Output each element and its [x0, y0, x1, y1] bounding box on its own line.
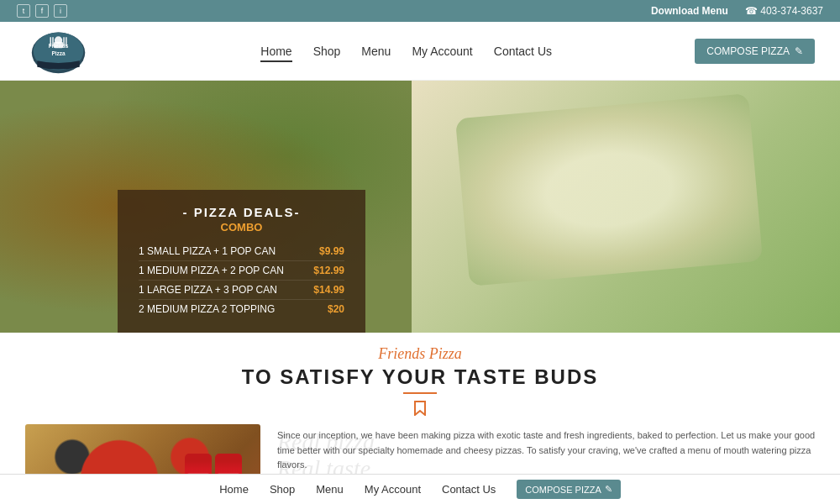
deal-price-3: $14.99: [313, 284, 344, 296]
logo[interactable]: Friends Pizza: [25, 24, 92, 78]
deal-row-4: 2 MEDIUM PIZZA 2 TOPPING $20: [139, 300, 344, 318]
deal-price-1: $9.99: [319, 245, 344, 257]
nav-links: Home Shop Menu My Account Contact Us: [118, 44, 695, 59]
main-nav: Friends Pizza Home Shop Menu My Account …: [0, 22, 840, 81]
deal-price-2: $12.99: [313, 265, 344, 276]
top-bar-left: t f i: [17, 4, 67, 18]
download-menu-link[interactable]: Download Menu: [651, 5, 728, 17]
bottom-header: Friends Pizza TO SATISFY YOUR TASTE BUDS: [0, 333, 840, 424]
hero-section: - PIZZA DEALS- COMBO 1 SMALL PIZZA + 1 P…: [0, 81, 840, 333]
svg-rect-5: [54, 41, 63, 47]
sticky-nav-menu[interactable]: Menu: [316, 483, 344, 496]
deal-name-2: 1 MEDIUM PIZZA + 2 POP CAN: [139, 265, 313, 276]
compose-icon: ✎: [795, 45, 803, 57]
bottom-section: Friends Pizza TO SATISFY YOUR TASTE BUDS…: [0, 333, 840, 504]
logo-icon: Friends Pizza: [29, 27, 88, 76]
deal-name-1: 1 SMALL PIZZA + 1 POP CAN: [139, 245, 319, 257]
deals-subtitle: COMBO: [139, 221, 344, 234]
sticky-nav-home[interactable]: Home: [219, 483, 249, 496]
sticky-compose-label: COMPOSE PIZZA: [525, 485, 601, 495]
facebook-icon[interactable]: f: [35, 4, 49, 18]
compose-pizza-label: COMPOSE PIZZA: [706, 45, 790, 57]
nav-item-shop[interactable]: Shop: [313, 44, 341, 59]
deal-name-3: 1 LARGE PIZZA + 3 POP CAN: [139, 284, 313, 296]
phone-number: ☎ 403-374-3637: [745, 5, 823, 17]
sticky-nav-account[interactable]: My Account: [365, 483, 421, 496]
social-icons: t f i: [17, 4, 67, 18]
deal-name-4: 2 MEDIUM PIZZA 2 TOPPING: [139, 303, 328, 315]
divider-line: [403, 392, 437, 394]
top-bar-right: Download Menu ☎ 403-374-3637: [651, 5, 823, 17]
instagram-icon[interactable]: i: [54, 4, 67, 18]
nav-item-home[interactable]: Home: [260, 44, 291, 59]
svg-text:Pizza: Pizza: [51, 50, 66, 55]
brand-script: Friends Pizza: [0, 345, 840, 363]
svg-marker-10: [415, 402, 425, 415]
deal-row-1: 1 SMALL PIZZA + 1 POP CAN $9.99: [139, 242, 344, 261]
top-bar: t f i Download Menu ☎ 403-374-3637: [0, 0, 840, 22]
sticky-nav-contact[interactable]: Contact Us: [442, 483, 496, 496]
deal-price-4: $20: [328, 303, 344, 315]
sticky-nav-shop[interactable]: Shop: [270, 483, 295, 496]
sticky-compose-icon: ✎: [605, 484, 612, 495]
nav-item-contact[interactable]: Contact Us: [494, 44, 552, 59]
hero-right-image: [412, 81, 840, 333]
sticky-nav: Home Shop Menu My Account Contact Us COM…: [0, 474, 840, 504]
bookmark-icon: [0, 401, 840, 416]
sticky-compose-button[interactable]: COMPOSE PIZZA ✎: [517, 480, 620, 499]
deals-overlay: - PIZZA DEALS- COMBO 1 SMALL PIZZA + 1 P…: [118, 190, 365, 333]
deal-row-3: 1 LARGE PIZZA + 3 POP CAN $14.99: [139, 281, 344, 300]
description-text: Since our inception, we have been making…: [277, 424, 823, 473]
twitter-icon[interactable]: t: [17, 4, 30, 18]
deals-title: - PIZZA DEALS-: [139, 205, 344, 219]
bottom-heading: TO SATISFY YOUR TASTE BUDS: [0, 365, 840, 389]
nav-item-menu[interactable]: Menu: [361, 44, 391, 59]
deal-row-2: 1 MEDIUM PIZZA + 2 POP CAN $12.99: [139, 261, 344, 281]
nav-item-account[interactable]: My Account: [412, 44, 472, 59]
compose-pizza-button[interactable]: COMPOSE PIZZA ✎: [695, 39, 815, 64]
